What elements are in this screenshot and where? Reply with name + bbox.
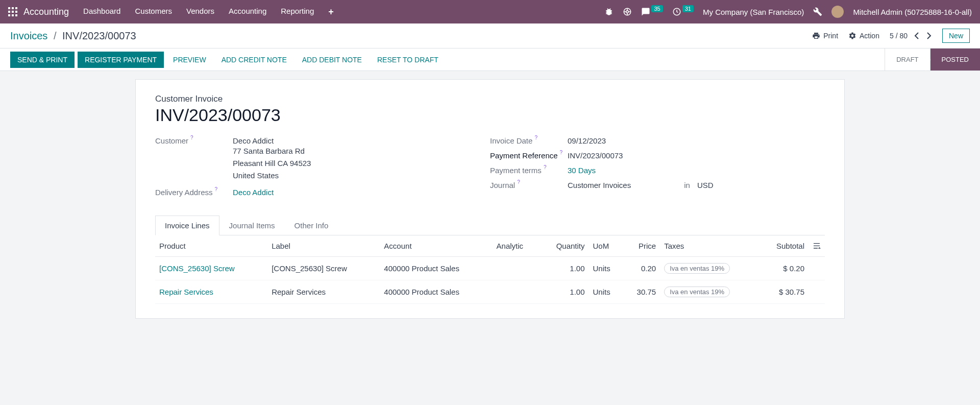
journal-label: Journal?: [490, 181, 568, 189]
document-type: Customer Invoice: [155, 94, 825, 104]
company-switcher[interactable]: My Company (San Francisco): [703, 8, 804, 16]
cell-tax[interactable]: Iva en ventas 19%: [660, 280, 760, 304]
action-buttons: Send & Print Register Payment Preview Ad…: [10, 49, 445, 70]
menu-accounting[interactable]: Accounting: [229, 7, 266, 17]
top-nav: Accounting Dashboard Customers Vendors A…: [0, 0, 980, 23]
activity-icon[interactable]: 31: [672, 7, 694, 16]
tax-pill[interactable]: Iva en ventas 19%: [664, 287, 730, 297]
tab-journal-items[interactable]: Journal Items: [219, 216, 285, 235]
svg-point-10: [626, 11, 629, 13]
cell-price[interactable]: 30.75: [623, 280, 660, 304]
menu-new-icon[interactable]: +: [328, 7, 334, 17]
main-menu: Dashboard Customers Vendors Accounting R…: [83, 7, 334, 17]
document-name: INV/2023/00073: [155, 105, 825, 125]
tab-other-info[interactable]: Other Info: [285, 216, 338, 235]
add-credit-note-button[interactable]: Add Credit Note: [215, 52, 293, 68]
stage-posted[interactable]: Posted: [930, 49, 980, 70]
new-button[interactable]: New: [942, 29, 970, 43]
col-uom[interactable]: UoM: [589, 235, 624, 257]
terms-label: Payment terms?: [490, 166, 568, 175]
print-button[interactable]: Print: [812, 32, 838, 40]
settings-icon[interactable]: [813, 242, 821, 250]
tax-pill[interactable]: Iva en ventas 19%: [664, 263, 730, 274]
action-button[interactable]: Action: [848, 32, 879, 40]
journal-in: in: [684, 181, 690, 189]
cell-analytic[interactable]: [493, 257, 540, 280]
menu-vendors[interactable]: Vendors: [186, 7, 214, 17]
app-name[interactable]: Accounting: [23, 7, 69, 17]
cell-account[interactable]: 400000 Product Sales: [380, 280, 492, 304]
cell-label[interactable]: Repair Services: [267, 280, 380, 304]
pay-ref-value[interactable]: INV/2023/00073: [568, 151, 623, 160]
cell-subtotal[interactable]: $ 0.20: [760, 257, 808, 280]
table-row[interactable]: Repair ServicesRepair Services400000 Pro…: [155, 280, 825, 304]
messaging-badge: 35: [651, 5, 663, 12]
currency-value[interactable]: USD: [697, 181, 714, 189]
cell-uom[interactable]: Units: [589, 280, 624, 304]
table-header-row: Product Label Account Analytic Quantity …: [155, 235, 825, 257]
reset-draft-button[interactable]: Reset to Draft: [371, 52, 445, 68]
col-product[interactable]: Product: [155, 235, 267, 257]
add-debit-note-button[interactable]: Add Debit Note: [296, 52, 368, 68]
menu-reporting[interactable]: Reporting: [281, 7, 314, 17]
cell-tax[interactable]: Iva en ventas 19%: [660, 257, 760, 280]
cell-product[interactable]: [CONS_25630] Screw: [155, 257, 267, 280]
journal-value: Customer Invoices: [568, 181, 631, 189]
delivery-label: Delivery Address?: [155, 188, 233, 197]
svg-rect-8: [15, 14, 17, 16]
address-line2: Pleasant Hill CA 94523: [233, 157, 311, 170]
pay-ref-label: Payment Reference?: [490, 151, 568, 160]
cell-account[interactable]: 400000 Product Sales: [380, 257, 492, 280]
address-line3: United States: [233, 170, 311, 182]
col-label[interactable]: Label: [267, 235, 380, 257]
tools-icon[interactable]: [813, 7, 822, 16]
cell-quantity[interactable]: 1.00: [540, 280, 589, 304]
svg-rect-4: [12, 11, 14, 13]
col-account[interactable]: Account: [380, 235, 492, 257]
col-analytic[interactable]: Analytic: [493, 235, 540, 257]
delivery-link[interactable]: Deco Addict: [233, 188, 274, 197]
cell-quantity[interactable]: 1.00: [540, 257, 589, 280]
pager-prev[interactable]: [914, 32, 920, 39]
menu-customers[interactable]: Customers: [135, 7, 172, 17]
svg-rect-1: [12, 7, 14, 9]
col-taxes[interactable]: Taxes: [660, 235, 760, 257]
customer-link[interactable]: Deco Addict: [233, 136, 311, 145]
cell-price[interactable]: 0.20: [623, 257, 660, 280]
messaging-icon[interactable]: 35: [641, 7, 663, 16]
col-quantity[interactable]: Quantity: [540, 235, 589, 257]
svg-rect-6: [8, 14, 10, 16]
col-config[interactable]: [808, 235, 825, 257]
stage-draft[interactable]: Draft: [885, 49, 929, 70]
tab-invoice-lines[interactable]: Invoice Lines: [155, 216, 219, 235]
breadcrumb-sep: /: [54, 30, 57, 41]
pager-count[interactable]: 5 / 80: [890, 32, 908, 40]
terms-value[interactable]: 30 Days: [568, 166, 596, 175]
apps-icon[interactable]: [8, 7, 17, 16]
preview-button[interactable]: Preview: [167, 52, 212, 68]
username[interactable]: Mitchell Admin (50725888-16-0-all): [853, 8, 972, 16]
action-label: Action: [860, 32, 879, 40]
support-icon[interactable]: [623, 7, 632, 16]
debug-icon[interactable]: [604, 7, 614, 16]
cell-analytic[interactable]: [493, 280, 540, 304]
activity-badge: 31: [682, 5, 694, 12]
menu-dashboard[interactable]: Dashboard: [83, 7, 120, 17]
breadcrumb-root[interactable]: Invoices: [10, 30, 47, 41]
pager-next[interactable]: [926, 32, 932, 39]
avatar[interactable]: [831, 6, 844, 18]
invoice-lines-table: Product Label Account Analytic Quantity …: [155, 235, 825, 304]
send-print-button[interactable]: Send & Print: [10, 52, 75, 68]
register-payment-button[interactable]: Register Payment: [78, 52, 164, 68]
cell-subtotal[interactable]: $ 30.75: [760, 280, 808, 304]
svg-rect-2: [15, 7, 17, 9]
svg-rect-3: [8, 11, 10, 13]
cell-product[interactable]: Repair Services: [155, 280, 267, 304]
col-price[interactable]: Price: [623, 235, 660, 257]
table-row[interactable]: [CONS_25630] Screw[CONS_25630] Screw4000…: [155, 257, 825, 280]
breadcrumb-current: INV/2023/00073: [62, 30, 136, 41]
cell-label[interactable]: [CONS_25630] Screw: [267, 257, 380, 280]
cell-uom[interactable]: Units: [589, 257, 624, 280]
address-line1: 77 Santa Barbara Rd: [233, 145, 311, 157]
col-subtotal[interactable]: Subtotal: [760, 235, 808, 257]
